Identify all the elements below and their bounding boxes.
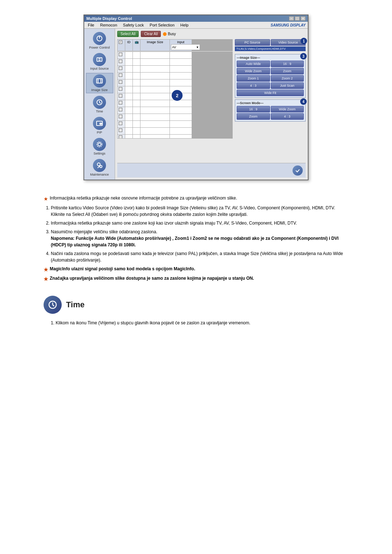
- row-check[interactable]: [118, 52, 125, 58]
- image-size-icon: [93, 74, 106, 87]
- sidebar-item-time[interactable]: Time: [86, 95, 113, 114]
- list-item-4: Načini rada zaslona mogu se podešavati s…: [51, 250, 348, 263]
- row-check[interactable]: [118, 93, 125, 100]
- menu-safety-lock[interactable]: Safety Lock: [122, 22, 145, 28]
- busy-indicator: Busy: [163, 32, 176, 36]
- table-row: [118, 52, 232, 58]
- screen-4-3-button[interactable]: 4 : 3: [271, 113, 304, 120]
- menu-items: File Remocon Safety Lock Port Selection …: [86, 22, 190, 28]
- row-check[interactable]: [118, 66, 125, 72]
- ok-button[interactable]: [293, 165, 303, 176]
- status-bar: [117, 163, 306, 177]
- item4-text: Načini rada zaslona mogu se podešavati s…: [51, 251, 343, 263]
- row-check[interactable]: [118, 135, 125, 139]
- star-note-1: ★ Informacijska rešetka prikazuje neke o…: [44, 195, 348, 203]
- time-section-title: Time: [66, 300, 85, 309]
- menu-help[interactable]: Help: [179, 22, 190, 28]
- table-row: [118, 114, 232, 120]
- row-check[interactable]: [118, 79, 125, 86]
- pip-icon: [93, 117, 106, 130]
- row-check[interactable]: [118, 59, 125, 65]
- table-row: [118, 73, 232, 79]
- zoom1-button[interactable]: Zoom 1: [237, 75, 270, 82]
- zoom2-button[interactable]: Zoom 2: [271, 75, 304, 82]
- just-scan-button[interactable]: Just Scan: [271, 82, 304, 89]
- svg-line-17: [98, 166, 99, 168]
- image-size-group: 3 —Image Size— Auto Wide 16 : 9 Wide Zoo…: [235, 54, 306, 98]
- row-check[interactable]: [118, 121, 125, 127]
- maintenance-icon: [93, 159, 106, 172]
- header-checkbox[interactable]: [119, 40, 122, 44]
- grid-col-input: Input AV ▼: [170, 40, 192, 51]
- screen-mode-label: —Screen Mode—: [237, 101, 304, 105]
- sidebar-power-label: Power Control: [89, 46, 110, 49]
- window-title: Multiple Display Control: [86, 16, 132, 21]
- pc-source-tab[interactable]: PC Source: [235, 39, 270, 46]
- content-body: ID 📺 Image Size Input AV ▼: [117, 39, 306, 161]
- item1-sub: Kliknite na Select All (Odaberi sve) ili…: [51, 212, 248, 217]
- item1-main: Pritisnite karticu Video Source (Video i…: [51, 205, 335, 210]
- sidebar-input-label: Input Source: [90, 67, 109, 70]
- scroll-down-arrow[interactable]: ▼: [196, 46, 199, 49]
- numbered-list: Pritisnite karticu Video Source (Video i…: [44, 205, 348, 263]
- source-tabs: PC Source Video Source: [235, 39, 306, 46]
- table-row: [118, 79, 232, 86]
- input-value: AV: [172, 45, 176, 49]
- source-info-bar: TV,AV,S-Video,Component,HDMI,DTV: [235, 46, 306, 51]
- scan-badge: 2: [172, 90, 183, 101]
- maximize-button[interactable]: □: [295, 16, 300, 21]
- row-check[interactable]: [118, 107, 125, 114]
- close-button[interactable]: ×: [301, 16, 306, 21]
- ratio-4-3-button[interactable]: 4 : 3: [237, 82, 270, 89]
- grid-col-image-size: Image Size: [140, 40, 170, 51]
- toolbar: Select All Clear All Busy: [117, 31, 306, 37]
- menu-remocon[interactable]: Remocon: [99, 22, 119, 28]
- sidebar-item-image[interactable]: Image Size: [86, 73, 113, 93]
- wide-zoom-button[interactable]: Wide Zoom: [237, 68, 270, 74]
- sidebar-item-maintenance[interactable]: Maintenance: [86, 158, 113, 177]
- zoom-button[interactable]: Zoom: [271, 68, 304, 74]
- svg-rect-12: [100, 123, 102, 124]
- badge-1: 1: [301, 38, 307, 44]
- menu-file[interactable]: File: [86, 22, 96, 28]
- row-check[interactable]: [118, 114, 125, 120]
- source-panel: 1 PC Source Video Source TV,AV,S-Video,C…: [235, 39, 306, 53]
- wide-fit-button[interactable]: Wide Fit: [237, 90, 304, 96]
- screen-zoom-button[interactable]: Zoom: [237, 113, 270, 120]
- auto-wide-button[interactable]: Auto Wide: [237, 61, 270, 67]
- screen-16-9-button[interactable]: 16 : 9: [237, 106, 270, 112]
- sidebar-item-input[interactable]: Input Source: [86, 52, 113, 71]
- row-check[interactable]: [118, 128, 125, 134]
- star-note-3-text: Značajka upravljanja veličinom slike dos…: [50, 275, 254, 282]
- star-note-2-text: MagicInfo ulazni signal postoji samo kod…: [50, 266, 195, 272]
- svg-point-13: [98, 143, 101, 146]
- row-check[interactable]: [118, 73, 125, 79]
- scan-badge-area: 2: [172, 90, 183, 101]
- row-check[interactable]: [118, 100, 125, 107]
- grid-col-tv: 📺: [133, 40, 140, 51]
- select-all-button[interactable]: Select All: [117, 31, 139, 37]
- clear-all-button[interactable]: Clear All: [141, 31, 161, 37]
- main-area: Select All Clear All Busy: [115, 29, 308, 180]
- sidebar-settings-label: Settings: [94, 152, 106, 155]
- badge-3: 3: [300, 53, 307, 59]
- item3-note: Napomena: Funkcije Auto Wide (Automatsko…: [51, 236, 339, 247]
- ratio-16-9-button[interactable]: 16 : 9: [271, 61, 304, 67]
- grid-area: ID 📺 Image Size Input AV ▼: [117, 39, 233, 161]
- svg-point-16: [100, 165, 102, 168]
- busy-label: Busy: [168, 32, 176, 36]
- star-note-3: ★ Značajka upravljanja veličinom slike d…: [44, 275, 348, 283]
- row-check[interactable]: [118, 86, 125, 93]
- table-row: [118, 100, 232, 107]
- sidebar-item-power[interactable]: Power Control: [86, 31, 113, 50]
- star-note-1-text: Informacijska rešetka prikazuje neke osn…: [50, 195, 237, 202]
- minimize-button[interactable]: −: [289, 16, 294, 21]
- sidebar-item-settings[interactable]: Settings: [86, 137, 113, 156]
- power-icon: [93, 32, 106, 45]
- screen-wide-zoom-button[interactable]: Wide Zoom: [271, 106, 304, 112]
- table-row: [118, 107, 232, 114]
- grid-header: ID 📺 Image Size Input AV ▼: [117, 39, 233, 51]
- input-scrollbar[interactable]: AV ▼: [171, 44, 200, 50]
- menu-port-selection[interactable]: Port Selection: [148, 22, 176, 28]
- sidebar-item-pip[interactable]: PIP: [86, 116, 113, 135]
